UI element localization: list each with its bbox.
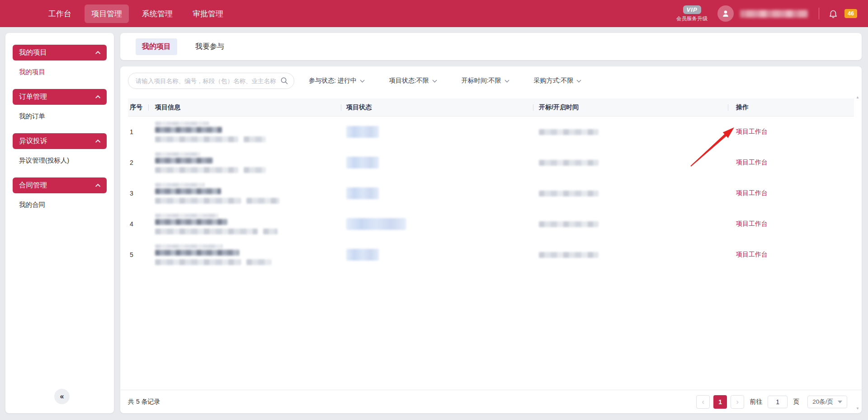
row-index: 1	[130, 128, 133, 135]
username-redacted	[740, 10, 808, 18]
redacted-text	[155, 188, 221, 194]
redacted-tag	[244, 136, 266, 142]
filter-dropdown[interactable]: 参与状态: 进行中	[309, 77, 364, 85]
scrollbar[interactable]: ▲ ▼	[854, 95, 861, 411]
nav-item[interactable]: 项目管理	[85, 5, 129, 23]
sidebar-section-header[interactable]: 合同管理	[13, 177, 107, 193]
redacted-line	[155, 229, 278, 234]
content-panel: 参与状态: 进行中项目状态:不限开标时间:不限采购方式:不限 序号项目信息项目状…	[120, 66, 862, 413]
scroll-up-icon[interactable]: ▲	[856, 95, 859, 99]
table-row: 5项目工作台	[128, 239, 854, 270]
chevron-down-icon	[505, 78, 509, 82]
goto-label: 前往	[750, 398, 762, 406]
time-redacted	[539, 221, 599, 227]
row-index: 3	[130, 190, 133, 197]
table-header: 序号项目信息项目状态开标/开启时间操作	[128, 98, 854, 117]
avatar[interactable]	[717, 5, 734, 22]
project-info-redacted	[148, 209, 341, 239]
redacted-tag	[246, 198, 279, 204]
status-cell	[341, 117, 533, 147]
status-chip-redacted	[346, 187, 379, 199]
project-workspace-link[interactable]: 项目工作台	[736, 159, 768, 167]
current-page-button[interactable]: 1	[713, 395, 727, 409]
filter-bar: 参与状态: 进行中项目状态:不限开标时间:不限采购方式:不限	[309, 77, 580, 85]
redacted-text	[155, 198, 241, 204]
open-time-cell	[533, 239, 728, 270]
time-redacted	[539, 252, 599, 258]
page-size-select[interactable]: 20条/页	[807, 396, 847, 408]
redacted-text	[155, 219, 227, 225]
filter-dropdown[interactable]: 项目状态:不限	[389, 77, 436, 85]
sidebar-item[interactable]: 我的项目	[13, 61, 107, 83]
top-navbar: 工作台项目管理系统管理审批管理 VIP 会员服务升级 46	[0, 0, 868, 27]
redacted-text	[155, 158, 213, 163]
project-workspace-link[interactable]: 项目工作台	[736, 220, 768, 228]
pagination: ‹ 1 › 前往 页 20条/页	[696, 395, 847, 409]
status-chip-redacted	[346, 249, 379, 261]
action-cell: 项目工作台	[728, 239, 854, 270]
nav-item[interactable]: 系统管理	[135, 5, 179, 23]
redacted-text	[155, 121, 209, 126]
toolbar: 参与状态: 进行中项目状态:不限开标时间:不限采购方式:不限	[128, 66, 854, 89]
open-time-cell	[533, 147, 728, 178]
redacted-text	[155, 183, 205, 187]
search-icon	[280, 77, 288, 85]
open-time-cell	[533, 209, 728, 239]
chevron-up-icon	[95, 139, 100, 144]
divider	[819, 8, 819, 19]
filter-label: 采购方式:不限	[534, 77, 574, 85]
table-row: 2项目工作台	[128, 147, 854, 178]
sidebar-item[interactable]: 异议管理(投标人)	[13, 149, 107, 172]
user-icon	[721, 9, 731, 19]
row-index-cell: 3	[128, 178, 148, 209]
tab[interactable]: 我的项目	[136, 38, 177, 55]
project-workspace-link[interactable]: 项目工作台	[736, 189, 768, 197]
sidebar-item[interactable]: 我的合同	[13, 193, 107, 216]
action-cell: 项目工作台	[728, 209, 854, 239]
project-info-redacted	[148, 178, 341, 209]
tab[interactable]: 我要参与	[189, 38, 231, 55]
row-index-cell: 2	[128, 147, 148, 178]
nav-item[interactable]: 工作台	[42, 5, 78, 23]
sidebar-section-header[interactable]: 我的项目	[13, 45, 107, 61]
notification-bell-icon[interactable]	[828, 9, 838, 19]
sidebar-collapse-button[interactable]: «	[54, 389, 70, 404]
redacted-text	[155, 259, 241, 265]
vip-caption: 会员服务升级	[676, 15, 708, 22]
goto-page-input[interactable]	[768, 396, 788, 408]
sidebar-section-header[interactable]: 异议投诉	[13, 133, 107, 149]
section-title: 订单管理	[19, 92, 47, 102]
nav-item[interactable]: 审批管理	[186, 5, 230, 23]
project-info-redacted	[148, 147, 341, 178]
filter-dropdown[interactable]: 开标时间:不限	[462, 77, 509, 85]
column-header: 项目状态	[341, 98, 533, 116]
filter-dropdown[interactable]: 采购方式:不限	[534, 77, 581, 85]
redacted-tag	[246, 259, 271, 265]
redacted-line	[155, 136, 266, 142]
chevron-down-icon	[360, 78, 364, 82]
chevron-down-icon	[838, 401, 842, 403]
column-header: 序号	[128, 98, 148, 116]
time-redacted	[539, 191, 599, 196]
section-title: 合同管理	[19, 181, 47, 190]
filter-label: 开标时间:不限	[462, 77, 501, 85]
row-index-cell: 1	[128, 117, 148, 147]
column-header: 项目信息	[148, 98, 341, 116]
project-workspace-link[interactable]: 项目工作台	[736, 251, 768, 259]
search-input[interactable]	[128, 73, 294, 89]
sidebar-section-header[interactable]: 订单管理	[13, 89, 107, 105]
status-cell	[341, 209, 533, 239]
vip-upgrade[interactable]: VIP 会员服务升级	[676, 5, 708, 22]
filter-label: 参与状态: 进行中	[309, 77, 357, 85]
chevron-up-icon	[95, 95, 100, 100]
chevron-up-icon	[95, 183, 100, 188]
action-cell: 项目工作台	[728, 117, 854, 147]
project-workspace-link[interactable]: 项目工作台	[736, 128, 768, 136]
navbar-right: VIP 会员服务升级 46	[676, 5, 857, 22]
prev-page-button[interactable]: ‹	[696, 395, 710, 409]
status-cell	[341, 239, 533, 270]
sidebar-item[interactable]: 我的订单	[13, 105, 107, 127]
table-footer: 共 5 条记录 ‹ 1 › 前往 页 20条/页	[120, 390, 862, 413]
next-page-button[interactable]: ›	[731, 395, 744, 409]
redacted-text	[155, 214, 218, 218]
